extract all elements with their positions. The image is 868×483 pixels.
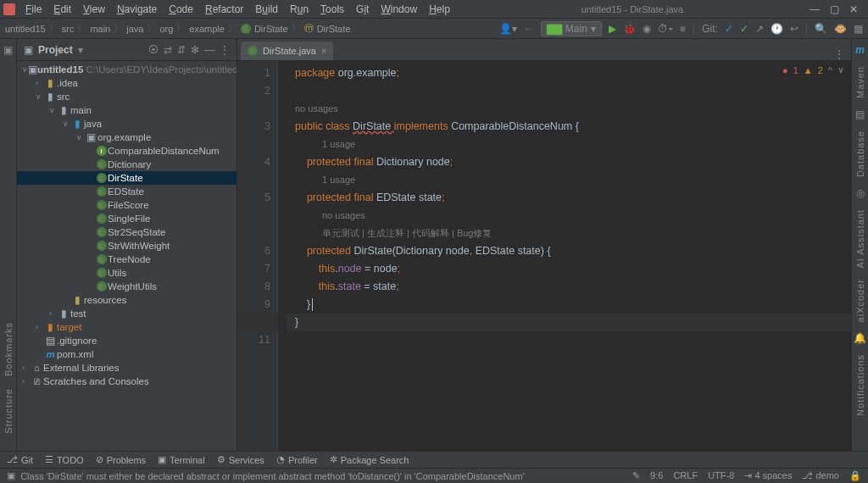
notifications-tool[interactable]: Notifications	[855, 354, 865, 416]
menu-view[interactable]: View	[78, 2, 110, 17]
editor: C DirState.java × ⋮ 1 2 3 4 5 6 7 8	[237, 39, 851, 451]
user-icon[interactable]: 👤▾	[499, 23, 517, 35]
profile-icon[interactable]: ⏱▾	[658, 23, 673, 35]
class-icon: C	[241, 24, 251, 34]
profiler-tool[interactable]: ◔ Profiler	[276, 454, 318, 465]
status-indent[interactable]: ⇥ 4 spaces	[744, 470, 792, 481]
navigation-bar: untitled15〉 src〉 main〉 java〉 org〉 exampl…	[0, 19, 868, 39]
status-readonly-icon[interactable]: ✎	[632, 470, 640, 481]
status-message: Class 'DirState' must either be declared…	[20, 471, 525, 481]
inspection-widget[interactable]: ●1 ▲2 ^∨	[782, 64, 844, 75]
menu-tools[interactable]: Tools	[315, 2, 349, 17]
editor-tab[interactable]: C DirState.java ×	[241, 42, 333, 60]
stop-icon[interactable]: ■	[680, 23, 686, 35]
menu-help[interactable]: Help	[424, 2, 455, 17]
maven-tool-icon[interactable]: m	[855, 44, 865, 56]
structure-tool[interactable]: Structure	[3, 388, 14, 434]
titlebar: File Edit View Navigate Code Refactor Bu…	[0, 0, 868, 19]
folder-icon: ▣	[24, 44, 33, 56]
project-tool-icon[interactable]: ▣	[3, 44, 13, 56]
tab-more-icon[interactable]: ⋮	[827, 48, 851, 60]
cursor	[312, 298, 313, 311]
close-icon[interactable]: ✕	[849, 3, 858, 15]
menu-file[interactable]: File	[20, 2, 47, 17]
maximize-icon[interactable]: ▢	[830, 3, 839, 15]
status-branch[interactable]: ⎇ demo	[802, 470, 839, 481]
menu-navigate[interactable]: Navigate	[112, 2, 162, 17]
terminal-tool[interactable]: ▣ Terminal	[158, 454, 205, 465]
code-editor[interactable]: 1 2 3 4 5 6 7 8 9 10 11 ●1	[237, 61, 851, 451]
app-logo-icon	[3, 3, 15, 15]
problems-tool[interactable]: ⊘ Problems	[96, 454, 146, 465]
svg-rect-0	[3, 3, 15, 15]
git-label: Git:	[702, 23, 718, 35]
git-push-icon[interactable]: ↗	[755, 23, 764, 35]
status-encoding[interactable]: UTF-8	[708, 470, 734, 481]
services-tool[interactable]: ⚙ Services	[217, 454, 264, 465]
menu-code[interactable]: Code	[164, 2, 198, 17]
more-icon[interactable]: ⋮	[220, 44, 230, 56]
menu-refactor[interactable]: Refactor	[200, 2, 248, 17]
hide-icon[interactable]: —	[204, 44, 214, 56]
coverage-icon[interactable]: ◉	[643, 23, 651, 35]
package-search-tool[interactable]: ✲ Package Search	[330, 454, 409, 465]
aixcoder-tool[interactable]: aiXcoder	[855, 279, 865, 322]
menu-run[interactable]: Run	[285, 2, 314, 17]
ai-assistant-tool-icon[interactable]: ◎	[856, 187, 865, 199]
back-icon[interactable]: ←	[524, 23, 534, 35]
project-tree[interactable]: ∨▣untitled15 C:\Users\EDY\IdeaProjects\u…	[17, 61, 236, 451]
todo-tool[interactable]: ☰ TODO	[45, 454, 84, 465]
status-window-icon[interactable]: ▣	[7, 470, 15, 481]
bookmarks-tool[interactable]: Bookmarks	[3, 322, 14, 376]
panel-title: Project	[38, 44, 73, 56]
collapse-icon[interactable]: ⇵	[177, 44, 186, 56]
expand-icon[interactable]: ⇄	[164, 44, 172, 56]
run-config-selector[interactable]: ▇▇Main▾	[541, 21, 602, 36]
search-icon[interactable]: 🔍	[815, 23, 827, 35]
notifications-tool-icon[interactable]: 🔔	[854, 332, 866, 344]
bottom-tool-bar: ⎇ Git ☰ TODO ⊘ Problems ▣ Terminal ⚙ Ser…	[0, 451, 868, 468]
breadcrumb[interactable]: untitled15〉 src〉 main〉 java〉 org〉 exampl…	[5, 22, 350, 35]
settings-icon[interactable]: 🐵	[834, 23, 847, 35]
menu-build[interactable]: Build	[250, 2, 283, 17]
run-icon[interactable]: ▶	[609, 23, 616, 35]
status-bar: ▣ Class 'DirState' must either be declar…	[0, 468, 868, 483]
debug-icon[interactable]: 🐞	[623, 23, 636, 35]
ai-assistant-tool[interactable]: AI Assistant	[855, 209, 865, 268]
left-tool-stripe: ▣ Bookmarks Structure	[0, 39, 17, 451]
settings-icon[interactable]: ✻	[191, 44, 199, 56]
git-commit-icon[interactable]: ✓	[740, 23, 748, 35]
database-tool[interactable]: Database	[855, 130, 865, 177]
class-icon: C	[248, 46, 258, 56]
line-gutter: 1 2 3 4 5 6 7 8 9 10 11	[237, 61, 278, 451]
menubar: File Edit View Navigate Code Refactor Bu…	[20, 2, 455, 17]
ide-settings-icon[interactable]: ▦	[854, 23, 863, 35]
window-title: untitled15 - DirState.java	[455, 4, 810, 14]
minimize-icon[interactable]: —	[810, 3, 820, 15]
close-tab-icon[interactable]: ×	[321, 46, 326, 56]
select-file-icon[interactable]: ⦿	[148, 44, 159, 56]
status-position[interactable]: 9:6	[650, 470, 663, 481]
menu-git[interactable]: Git	[351, 2, 374, 17]
right-tool-stripe: m Maven ▤ Database ◎ AI Assistant aiXcod…	[851, 39, 868, 451]
project-panel: ▣ Project ▾ ⦿ ⇄ ⇵ ✻ — ⋮ ∨▣untitled15 C:\…	[17, 39, 237, 451]
database-tool-icon[interactable]: ▤	[855, 108, 865, 120]
git-history-icon[interactable]: 🕐	[771, 23, 783, 35]
git-update-icon[interactable]: ✓	[725, 23, 733, 35]
status-separator[interactable]: CRLF	[673, 470, 698, 481]
git-rollback-icon[interactable]: ↩	[790, 23, 798, 35]
menu-window[interactable]: Window	[376, 2, 422, 17]
status-lock-icon[interactable]: 🔒	[849, 470, 861, 481]
git-tool[interactable]: ⎇ Git	[7, 454, 33, 465]
menu-edit[interactable]: Edit	[48, 2, 76, 17]
maven-tool[interactable]: Maven	[855, 66, 865, 98]
